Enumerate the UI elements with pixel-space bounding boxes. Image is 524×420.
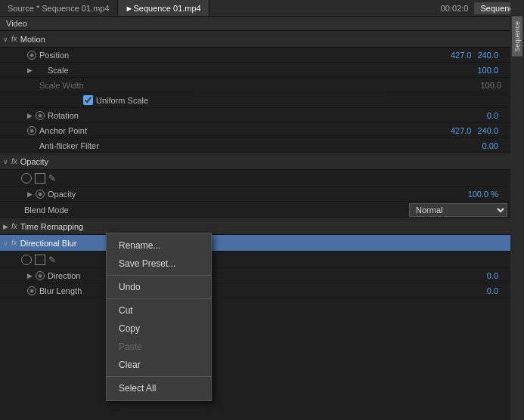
opacity-pen-icon: ✎ bbox=[48, 173, 56, 184]
blur-length-stop-icon[interactable]: ◉ bbox=[27, 286, 36, 295]
scale-width-label: Scale Width bbox=[39, 81, 480, 90]
ctx-select-all[interactable]: Select All bbox=[107, 379, 211, 397]
directional-blur-group-name: Directional Blur bbox=[20, 239, 77, 248]
opacity-fx-badge: fx bbox=[11, 157, 17, 165]
ctx-clear[interactable]: Clear bbox=[107, 356, 211, 374]
opacity-row: ▶ ◉ Opacity 100.0 % ↺ bbox=[0, 187, 524, 202]
time-remapping-group-name: Time Remapping bbox=[20, 222, 83, 231]
anchor-point-row: ◉ Anchor Point 427.0 240.0 ↺ bbox=[0, 123, 524, 138]
anti-flicker-row: Anti-flicker Filter 0.00 ↺ bbox=[0, 138, 524, 153]
opacity-group-header[interactable]: ∨ fx Opacity ↺ bbox=[0, 153, 524, 170]
opacity-group-name: Opacity bbox=[20, 157, 48, 166]
directional-blur-icons-row: ✎ bbox=[0, 252, 524, 268]
ctx-save-preset[interactable]: Save Preset... bbox=[107, 255, 211, 273]
directional-blur-fx-badge: fx bbox=[11, 239, 17, 247]
direction-value[interactable]: 0.0 bbox=[487, 271, 498, 280]
anti-flicker-value[interactable]: 0.00 bbox=[482, 141, 498, 150]
anchor-stop-icon[interactable]: ◉ bbox=[27, 126, 36, 135]
video-section-label: Video bbox=[0, 17, 524, 31]
sequence-side-btn[interactable]: Sequence bbox=[512, 17, 522, 57]
rotation-row: ▶ ◉ Rotation 0.0 ↺ bbox=[0, 108, 524, 123]
scale-row: ▶ Scale 100.0 ↺ bbox=[0, 63, 524, 78]
scale-width-row: Scale Width 100.0 bbox=[0, 78, 524, 93]
anchor-x-value[interactable]: 427.0 bbox=[451, 126, 472, 135]
motion-group-name: Motion bbox=[20, 35, 45, 44]
ctx-divider-3 bbox=[107, 376, 211, 377]
blend-mode-row: Blend Mode Normal Dissolve Multiply Scre… bbox=[0, 202, 524, 218]
ctx-undo[interactable]: Undo bbox=[107, 278, 211, 296]
rotation-arrow[interactable]: ▶ bbox=[27, 112, 33, 119]
uniform-scale-label: Uniform Scale bbox=[96, 96, 148, 105]
seq-tab-label: Sequence 01.mp4 bbox=[133, 4, 200, 13]
opacity-square-icon bbox=[35, 173, 45, 184]
right-panel: Sequence bbox=[510, 0, 524, 420]
rotation-stop-icon[interactable]: ◉ bbox=[36, 111, 45, 120]
anti-flicker-label: Anti-flicker Filter bbox=[39, 141, 482, 150]
ctx-divider-1 bbox=[107, 275, 211, 276]
time-display: 00:02:0 bbox=[441, 4, 475, 13]
tab-bar: Source * Sequence 01.mp4 ► Sequence 01.m… bbox=[0, 0, 524, 17]
uniform-scale-row: Uniform Scale bbox=[0, 93, 524, 108]
blend-mode-select[interactable]: Normal Dissolve Multiply Screen Overlay bbox=[409, 203, 507, 217]
blend-mode-label: Blend Mode bbox=[24, 205, 409, 215]
directional-blur-arrow: ∨ bbox=[3, 239, 8, 247]
context-menu: Rename... Save Preset... Undo Cut Copy P… bbox=[106, 233, 212, 401]
anchor-y-value[interactable]: 240.0 bbox=[477, 126, 498, 135]
position-row: ◉ Position 427.0 240.0 ↺ bbox=[0, 48, 524, 63]
opacity-arrow: ∨ bbox=[3, 158, 8, 165]
position-label: Position bbox=[39, 51, 451, 60]
time-remapping-group-header[interactable]: ▶ fx Time Remapping bbox=[0, 218, 524, 235]
blur-length-value[interactable]: 0.0 bbox=[487, 286, 498, 295]
time-remapping-arrow: ▶ bbox=[3, 223, 8, 230]
anchor-label: Anchor Point bbox=[39, 126, 451, 135]
dir-blur-pen-icon: ✎ bbox=[48, 255, 56, 265]
scale-arrow[interactable]: ▶ bbox=[27, 66, 33, 74]
rotation-value[interactable]: 0.0 bbox=[487, 111, 498, 120]
opacity-stop-icon[interactable]: ◉ bbox=[36, 190, 45, 199]
uniform-scale-checkbox[interactable] bbox=[83, 95, 93, 105]
motion-group-header[interactable]: ∨ fx Motion ↺ bbox=[0, 31, 524, 48]
position-y-value[interactable]: 240.0 bbox=[477, 51, 498, 60]
directional-blur-group-header[interactable]: ∨ fx Directional Blur ↺ bbox=[0, 235, 524, 252]
ctx-cut[interactable]: Cut bbox=[107, 301, 211, 320]
scale-value[interactable]: 100.0 bbox=[477, 66, 498, 75]
rotation-label: Rotation bbox=[48, 111, 487, 120]
dir-blur-circle-icon bbox=[21, 255, 32, 265]
direction-arrow[interactable]: ▶ bbox=[27, 272, 33, 279]
ctx-divider-2 bbox=[107, 298, 211, 299]
blur-length-row: ◉ Blur Length 0.0 ↺ bbox=[0, 283, 524, 298]
opacity-circle-icon bbox=[21, 173, 32, 184]
opacity-label: Opacity bbox=[48, 190, 468, 199]
position-stop-icon[interactable]: ◉ bbox=[27, 51, 36, 60]
scale-label: Scale bbox=[48, 66, 477, 75]
motion-arrow: ∨ bbox=[3, 36, 8, 43]
seq-separator: ► bbox=[126, 4, 134, 13]
ctx-paste: Paste bbox=[107, 338, 211, 356]
seq-tab[interactable]: ► Sequence 01.mp4 bbox=[118, 0, 209, 16]
dir-blur-square-icon bbox=[35, 255, 45, 265]
source-tab-label: Source * Sequence 01.mp4 bbox=[8, 4, 110, 13]
ctx-copy[interactable]: Copy bbox=[107, 320, 211, 338]
opacity-icons-row: ✎ bbox=[0, 170, 524, 187]
scale-width-value: 100.0 bbox=[480, 81, 501, 90]
motion-fx-badge: fx bbox=[11, 35, 17, 43]
opacity-arrow-sm[interactable]: ▶ bbox=[27, 190, 33, 198]
opacity-value[interactable]: 100.0 % bbox=[468, 190, 498, 199]
direction-row: ▶ ◉ Direction 0.0 ↺ bbox=[0, 268, 524, 283]
source-tab[interactable]: Source * Sequence 01.mp4 bbox=[0, 0, 118, 16]
direction-stop-icon[interactable]: ◉ bbox=[36, 271, 45, 280]
position-x-value[interactable]: 427.0 bbox=[451, 51, 472, 60]
ctx-rename[interactable]: Rename... bbox=[107, 236, 211, 255]
time-remapping-fx-badge: fx bbox=[11, 222, 17, 230]
